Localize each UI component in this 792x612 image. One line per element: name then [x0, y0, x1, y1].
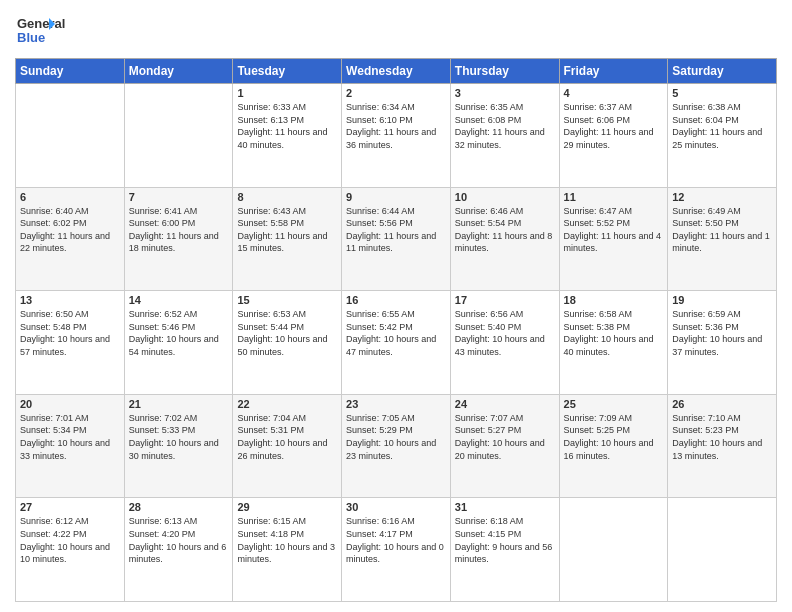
day-number: 26 [672, 398, 772, 410]
day-info: Sunrise: 7:05 AM Sunset: 5:29 PM Dayligh… [346, 412, 446, 462]
day-number: 8 [237, 191, 337, 203]
header-monday: Monday [124, 59, 233, 84]
header-thursday: Thursday [450, 59, 559, 84]
day-number: 9 [346, 191, 446, 203]
logo: General Blue [15, 10, 85, 50]
calendar-cell: 22Sunrise: 7:04 AM Sunset: 5:31 PM Dayli… [233, 394, 342, 498]
day-info: Sunrise: 6:55 AM Sunset: 5:42 PM Dayligh… [346, 308, 446, 358]
day-info: Sunrise: 6:38 AM Sunset: 6:04 PM Dayligh… [672, 101, 772, 151]
calendar: Sunday Monday Tuesday Wednesday Thursday… [15, 58, 777, 602]
day-number: 20 [20, 398, 120, 410]
day-number: 4 [564, 87, 664, 99]
day-info: Sunrise: 6:43 AM Sunset: 5:58 PM Dayligh… [237, 205, 337, 255]
svg-text:General: General [17, 16, 65, 31]
day-number: 29 [237, 501, 337, 513]
header: General Blue [15, 10, 777, 50]
calendar-cell: 12Sunrise: 6:49 AM Sunset: 5:50 PM Dayli… [668, 187, 777, 291]
day-info: Sunrise: 7:04 AM Sunset: 5:31 PM Dayligh… [237, 412, 337, 462]
calendar-week-4: 27Sunrise: 6:12 AM Sunset: 4:22 PM Dayli… [16, 498, 777, 602]
day-number: 3 [455, 87, 555, 99]
day-info: Sunrise: 6:34 AM Sunset: 6:10 PM Dayligh… [346, 101, 446, 151]
day-info: Sunrise: 6:47 AM Sunset: 5:52 PM Dayligh… [564, 205, 664, 255]
day-info: Sunrise: 6:56 AM Sunset: 5:40 PM Dayligh… [455, 308, 555, 358]
day-number: 18 [564, 294, 664, 306]
header-sunday: Sunday [16, 59, 125, 84]
day-info: Sunrise: 6:16 AM Sunset: 4:17 PM Dayligh… [346, 515, 446, 565]
day-info: Sunrise: 6:52 AM Sunset: 5:46 PM Dayligh… [129, 308, 229, 358]
day-number: 12 [672, 191, 772, 203]
calendar-cell: 8Sunrise: 6:43 AM Sunset: 5:58 PM Daylig… [233, 187, 342, 291]
day-info: Sunrise: 7:02 AM Sunset: 5:33 PM Dayligh… [129, 412, 229, 462]
calendar-week-1: 6Sunrise: 6:40 AM Sunset: 6:02 PM Daylig… [16, 187, 777, 291]
day-number: 19 [672, 294, 772, 306]
weekday-header-row: Sunday Monday Tuesday Wednesday Thursday… [16, 59, 777, 84]
calendar-cell: 2Sunrise: 6:34 AM Sunset: 6:10 PM Daylig… [342, 84, 451, 188]
calendar-cell: 1Sunrise: 6:33 AM Sunset: 6:13 PM Daylig… [233, 84, 342, 188]
day-info: Sunrise: 7:07 AM Sunset: 5:27 PM Dayligh… [455, 412, 555, 462]
calendar-cell: 17Sunrise: 6:56 AM Sunset: 5:40 PM Dayli… [450, 291, 559, 395]
day-info: Sunrise: 6:18 AM Sunset: 4:15 PM Dayligh… [455, 515, 555, 565]
calendar-week-0: 1Sunrise: 6:33 AM Sunset: 6:13 PM Daylig… [16, 84, 777, 188]
calendar-cell: 10Sunrise: 6:46 AM Sunset: 5:54 PM Dayli… [450, 187, 559, 291]
day-info: Sunrise: 6:44 AM Sunset: 5:56 PM Dayligh… [346, 205, 446, 255]
day-info: Sunrise: 7:01 AM Sunset: 5:34 PM Dayligh… [20, 412, 120, 462]
day-info: Sunrise: 6:37 AM Sunset: 6:06 PM Dayligh… [564, 101, 664, 151]
calendar-cell: 31Sunrise: 6:18 AM Sunset: 4:15 PM Dayli… [450, 498, 559, 602]
calendar-cell: 16Sunrise: 6:55 AM Sunset: 5:42 PM Dayli… [342, 291, 451, 395]
day-number: 22 [237, 398, 337, 410]
calendar-cell: 4Sunrise: 6:37 AM Sunset: 6:06 PM Daylig… [559, 84, 668, 188]
day-info: Sunrise: 6:50 AM Sunset: 5:48 PM Dayligh… [20, 308, 120, 358]
calendar-cell [16, 84, 125, 188]
day-number: 2 [346, 87, 446, 99]
calendar-cell: 23Sunrise: 7:05 AM Sunset: 5:29 PM Dayli… [342, 394, 451, 498]
day-number: 7 [129, 191, 229, 203]
header-saturday: Saturday [668, 59, 777, 84]
calendar-cell: 9Sunrise: 6:44 AM Sunset: 5:56 PM Daylig… [342, 187, 451, 291]
day-number: 23 [346, 398, 446, 410]
calendar-cell: 11Sunrise: 6:47 AM Sunset: 5:52 PM Dayli… [559, 187, 668, 291]
day-number: 27 [20, 501, 120, 513]
calendar-cell: 27Sunrise: 6:12 AM Sunset: 4:22 PM Dayli… [16, 498, 125, 602]
calendar-cell: 7Sunrise: 6:41 AM Sunset: 6:00 PM Daylig… [124, 187, 233, 291]
calendar-cell: 25Sunrise: 7:09 AM Sunset: 5:25 PM Dayli… [559, 394, 668, 498]
header-wednesday: Wednesday [342, 59, 451, 84]
calendar-cell: 13Sunrise: 6:50 AM Sunset: 5:48 PM Dayli… [16, 291, 125, 395]
day-info: Sunrise: 6:41 AM Sunset: 6:00 PM Dayligh… [129, 205, 229, 255]
day-info: Sunrise: 6:33 AM Sunset: 6:13 PM Dayligh… [237, 101, 337, 151]
calendar-week-3: 20Sunrise: 7:01 AM Sunset: 5:34 PM Dayli… [16, 394, 777, 498]
day-number: 30 [346, 501, 446, 513]
day-info: Sunrise: 6:35 AM Sunset: 6:08 PM Dayligh… [455, 101, 555, 151]
day-number: 24 [455, 398, 555, 410]
calendar-cell: 6Sunrise: 6:40 AM Sunset: 6:02 PM Daylig… [16, 187, 125, 291]
calendar-cell: 29Sunrise: 6:15 AM Sunset: 4:18 PM Dayli… [233, 498, 342, 602]
calendar-cell: 19Sunrise: 6:59 AM Sunset: 5:36 PM Dayli… [668, 291, 777, 395]
calendar-cell [668, 498, 777, 602]
calendar-cell [124, 84, 233, 188]
day-number: 10 [455, 191, 555, 203]
day-info: Sunrise: 7:09 AM Sunset: 5:25 PM Dayligh… [564, 412, 664, 462]
day-number: 1 [237, 87, 337, 99]
header-friday: Friday [559, 59, 668, 84]
day-info: Sunrise: 6:59 AM Sunset: 5:36 PM Dayligh… [672, 308, 772, 358]
calendar-cell: 26Sunrise: 7:10 AM Sunset: 5:23 PM Dayli… [668, 394, 777, 498]
day-number: 21 [129, 398, 229, 410]
day-number: 14 [129, 294, 229, 306]
day-info: Sunrise: 7:10 AM Sunset: 5:23 PM Dayligh… [672, 412, 772, 462]
day-info: Sunrise: 6:40 AM Sunset: 6:02 PM Dayligh… [20, 205, 120, 255]
calendar-cell: 20Sunrise: 7:01 AM Sunset: 5:34 PM Dayli… [16, 394, 125, 498]
calendar-cell: 30Sunrise: 6:16 AM Sunset: 4:17 PM Dayli… [342, 498, 451, 602]
day-info: Sunrise: 6:49 AM Sunset: 5:50 PM Dayligh… [672, 205, 772, 255]
logo-icon: General Blue [15, 10, 85, 50]
day-number: 13 [20, 294, 120, 306]
calendar-cell: 15Sunrise: 6:53 AM Sunset: 5:44 PM Dayli… [233, 291, 342, 395]
day-number: 11 [564, 191, 664, 203]
day-info: Sunrise: 6:46 AM Sunset: 5:54 PM Dayligh… [455, 205, 555, 255]
day-info: Sunrise: 6:13 AM Sunset: 4:20 PM Dayligh… [129, 515, 229, 565]
calendar-cell: 3Sunrise: 6:35 AM Sunset: 6:08 PM Daylig… [450, 84, 559, 188]
day-info: Sunrise: 6:58 AM Sunset: 5:38 PM Dayligh… [564, 308, 664, 358]
day-number: 5 [672, 87, 772, 99]
day-number: 15 [237, 294, 337, 306]
day-number: 25 [564, 398, 664, 410]
calendar-cell: 21Sunrise: 7:02 AM Sunset: 5:33 PM Dayli… [124, 394, 233, 498]
day-number: 28 [129, 501, 229, 513]
